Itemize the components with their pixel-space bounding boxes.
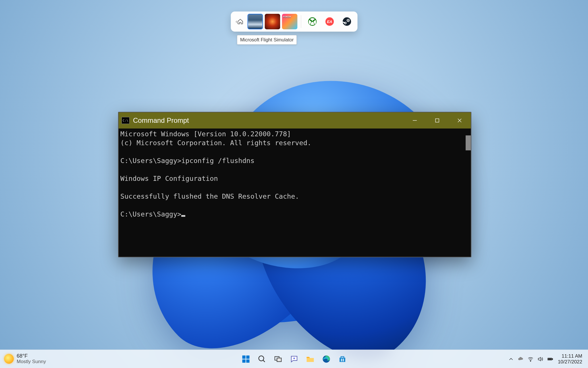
svg-point-5 (348, 20, 349, 21)
task-view-icon (274, 355, 282, 363)
wifi-icon[interactable] (526, 352, 535, 366)
svg-rect-23 (552, 359, 553, 360)
cmd-icon: C:\ (122, 117, 130, 124)
svg-point-12 (259, 356, 264, 361)
window-titlebar[interactable]: C:\ Command Prompt (119, 112, 471, 129)
home-icon (237, 18, 244, 25)
taskbar-center (239, 350, 350, 368)
search-button[interactable] (255, 352, 269, 366)
volume-icon[interactable] (536, 352, 545, 366)
svg-rect-18 (343, 359, 344, 360)
terminal-prompt: C:\Users\Saggy> (120, 210, 181, 218)
terminal-output[interactable]: Microsoft Windows [Version 10.0.22000.77… (119, 129, 471, 257)
launcher-tooltip: Microsoft Flight Simulator (237, 35, 297, 45)
weather-widget[interactable]: 68°F Mostly Sunny (0, 353, 69, 364)
clock-date: 10/27/2022 (558, 359, 582, 365)
svg-point-3 (342, 17, 351, 26)
svg-rect-8 (242, 355, 245, 359)
svg-point-15 (293, 357, 295, 359)
cursor (181, 215, 185, 217)
onedrive-icon[interactable] (516, 352, 525, 366)
terminal-line: C:\Users\Saggy>ipconfig /flushdns (120, 157, 255, 165)
terminal-line: Windows IP Configuration (120, 175, 218, 183)
store-icon (338, 355, 347, 363)
steam-icon (342, 17, 351, 26)
edge-icon (322, 355, 331, 363)
terminal-line: Microsoft Windows [Version 10.0.22000.77… (120, 130, 291, 138)
launcher-tile-msfs[interactable] (247, 14, 263, 29)
sun-icon (4, 354, 14, 364)
search-icon (258, 355, 266, 363)
start-button[interactable] (239, 352, 253, 366)
battery-icon[interactable] (546, 352, 554, 366)
windows-icon (242, 355, 250, 363)
svg-rect-14 (277, 358, 281, 362)
launcher-home-button[interactable]: ‹ (234, 14, 246, 29)
msfs-thumbnail (248, 14, 262, 29)
microsoft-store-button[interactable] (335, 352, 350, 366)
weather-condition: Mostly Sunny (17, 359, 46, 365)
maximize-button[interactable] (426, 112, 448, 129)
chat-button[interactable] (287, 352, 301, 366)
close-button[interactable] (448, 112, 471, 129)
svg-rect-9 (246, 355, 249, 359)
scrollbar-thumb[interactable] (466, 135, 471, 150)
launcher-app-xbox[interactable] (304, 14, 320, 29)
weather-temp: 68°F (17, 353, 46, 359)
chat-icon (290, 355, 298, 363)
svg-rect-17 (341, 359, 342, 360)
terminal-line: (c) Microsoft Corporation. All rights re… (120, 139, 311, 147)
task-view-button[interactable] (271, 352, 285, 366)
launcher-tile-forza[interactable] (282, 14, 297, 29)
svg-rect-20 (343, 360, 344, 361)
taskbar: 68°F Mostly Sunny (0, 350, 588, 368)
svg-text:EA: EA (327, 20, 332, 24)
system-tray: 11:11 AM 10/27/2022 (507, 350, 588, 368)
launcher-tile-game2[interactable] (265, 14, 280, 29)
svg-rect-19 (341, 360, 342, 361)
svg-point-21 (530, 361, 531, 361)
forza-thumbnail (282, 14, 297, 29)
launcher-app-ea[interactable]: EA (322, 14, 337, 29)
game2-thumbnail (265, 14, 280, 29)
ea-icon: EA (325, 17, 334, 26)
minimize-button[interactable] (404, 112, 426, 129)
clock-time: 11:11 AM (558, 353, 582, 359)
file-explorer-button[interactable] (303, 352, 317, 366)
xbox-icon (308, 17, 317, 26)
svg-rect-7 (435, 119, 439, 122)
tray-overflow-button[interactable] (507, 352, 515, 366)
clock[interactable]: 11:11 AM 10/27/2022 (556, 353, 585, 365)
divider (301, 15, 301, 28)
window-title: Command Prompt (133, 116, 189, 124)
edge-button[interactable] (319, 352, 333, 366)
svg-rect-10 (242, 359, 245, 363)
terminal-line: Successfully flushed the DNS Resolver Ca… (120, 192, 299, 200)
svg-rect-11 (246, 359, 249, 363)
game-launcher-bar: ‹ EA (231, 12, 357, 32)
svg-rect-24 (548, 359, 551, 360)
command-prompt-window: C:\ Command Prompt Microsoft Windows [Ve… (118, 112, 471, 257)
folder-icon (306, 355, 315, 363)
launcher-app-steam[interactable] (339, 14, 354, 29)
